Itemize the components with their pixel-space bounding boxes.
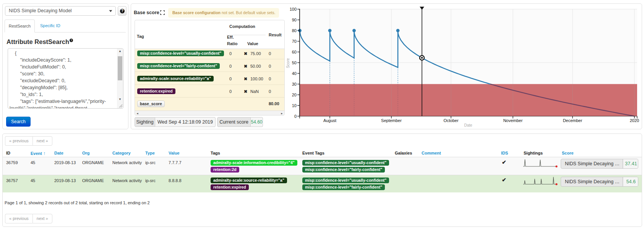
svg-text:October: October	[443, 118, 458, 123]
svg-text:December: December	[563, 118, 582, 123]
svg-text:30: 30	[292, 82, 297, 86]
svg-text:2020: 2020	[630, 118, 639, 123]
svg-text:September: September	[381, 118, 402, 123]
svg-text:10: 10	[292, 103, 297, 108]
svg-text:80: 80	[292, 28, 297, 33]
svg-text:60: 60	[292, 50, 297, 54]
svg-text:0: 0	[294, 114, 297, 119]
svg-text:50: 50	[292, 60, 297, 65]
svg-text:70: 70	[292, 39, 297, 44]
svg-text:Score: Score	[286, 58, 290, 68]
svg-text:August: August	[323, 118, 336, 123]
svg-text:November: November	[503, 118, 523, 123]
svg-text:100: 100	[290, 7, 297, 11]
svg-text:20: 20	[292, 93, 297, 97]
svg-text:40: 40	[292, 71, 297, 76]
svg-text:Date: Date	[464, 123, 472, 127]
svg-text:90: 90	[292, 18, 297, 22]
